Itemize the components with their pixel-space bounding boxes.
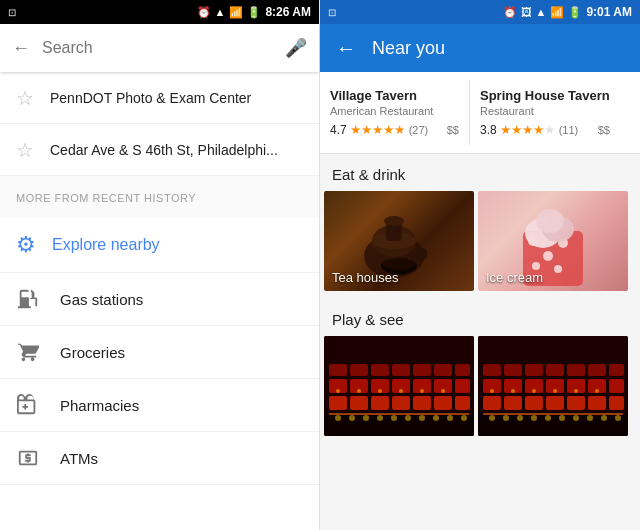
star-2-1 xyxy=(501,125,511,135)
star-icon-1: ☆ xyxy=(16,86,34,110)
svg-point-90 xyxy=(559,415,565,421)
google-icon-right: ⊡ xyxy=(328,7,336,18)
svg-point-8 xyxy=(543,251,553,261)
svg-rect-33 xyxy=(392,364,410,376)
groceries-label: Groceries xyxy=(60,344,125,361)
svg-point-48 xyxy=(377,415,383,421)
status-icons-left: ⏰ ▲ 📶 🔋 8:26 AM xyxy=(197,5,311,19)
svg-rect-70 xyxy=(483,364,501,376)
svg-rect-19 xyxy=(392,396,410,410)
svg-point-77 xyxy=(490,389,494,393)
recent-item-penndot[interactable]: ☆ PennDOT Photo & Exam Center xyxy=(0,72,319,124)
svg-rect-62 xyxy=(609,396,624,410)
svg-rect-57 xyxy=(504,396,522,410)
more-history-section: MORE FROM RECENT HISTORY xyxy=(0,176,319,218)
alarm-icon: ⏰ xyxy=(197,6,211,19)
place-cards-row: Village Tavern American Restaurant 4.7 (… xyxy=(320,72,640,154)
section-play-see: Play & see xyxy=(320,299,640,336)
image-icon-right: 🖼 xyxy=(521,6,532,18)
star-1-5 xyxy=(395,125,405,135)
svg-rect-18 xyxy=(371,396,389,410)
svg-point-47 xyxy=(363,415,369,421)
search-input[interactable] xyxy=(42,39,273,57)
svg-point-41 xyxy=(420,389,424,393)
section-eat-drink: Eat & drink xyxy=(320,154,640,191)
status-bar-right: ⊡ ⏰ 🖼 ▲ 📶 🔋 9:01 AM xyxy=(320,0,640,24)
svg-point-4 xyxy=(384,216,404,226)
svg-point-37 xyxy=(336,389,340,393)
svg-point-92 xyxy=(587,415,593,421)
svg-rect-69 xyxy=(609,379,624,393)
back-arrow-right[interactable]: ← xyxy=(336,37,356,60)
svg-point-49 xyxy=(391,415,397,421)
pharmacy-icon xyxy=(16,393,40,417)
svg-point-39 xyxy=(378,389,382,393)
svg-rect-73 xyxy=(546,364,564,376)
back-arrow-left[interactable]: ← xyxy=(12,38,30,59)
svg-point-45 xyxy=(335,415,341,421)
image-card-tea-houses[interactable]: Tea houses xyxy=(324,191,474,291)
near-you-header: ← Near you xyxy=(320,24,640,72)
time-left: 8:26 AM xyxy=(265,5,311,19)
place-card-village-tavern[interactable]: Village Tavern American Restaurant 4.7 (… xyxy=(320,80,470,145)
review-count-2: (11) xyxy=(559,124,579,136)
svg-point-40 xyxy=(399,389,403,393)
recent-item-cedar[interactable]: ☆ Cedar Ave & S 46th St, Philadelphi... xyxy=(0,124,319,176)
atms-label: ATMs xyxy=(60,450,98,467)
svg-point-87 xyxy=(517,415,523,421)
svg-rect-35 xyxy=(434,364,452,376)
stars-1 xyxy=(351,125,405,135)
place-name-2: Spring House Tavern xyxy=(480,88,610,103)
svg-rect-71 xyxy=(504,364,522,376)
nearby-item-pharmacies[interactable]: Pharmacies xyxy=(0,379,319,432)
svg-point-93 xyxy=(601,415,607,421)
review-count-1: (27) xyxy=(409,124,429,136)
signal-icon: 📶 xyxy=(229,6,243,19)
pharmacies-label: Pharmacies xyxy=(60,397,139,414)
star-1-4 xyxy=(384,125,394,135)
signal-icon-right: 📶 xyxy=(550,6,564,19)
gas-icon xyxy=(16,287,40,311)
image-card-cinema-2[interactable] xyxy=(478,336,628,436)
right-panel: ⊡ ⏰ 🖼 ▲ 📶 🔋 9:01 AM ← Near you Village T… xyxy=(320,0,640,530)
recent-item-text-2: Cedar Ave & S 46th St, Philadelphi... xyxy=(50,142,278,158)
svg-rect-29 xyxy=(455,379,470,393)
svg-point-78 xyxy=(511,389,515,393)
svg-point-42 xyxy=(441,389,445,393)
alarm-icon-right: ⏰ xyxy=(503,6,517,19)
svg-rect-31 xyxy=(350,364,368,376)
ice-cream-label: Ice cream xyxy=(486,270,543,285)
star-2-4 xyxy=(534,125,544,135)
star-2-3 xyxy=(523,125,533,135)
atm-icon xyxy=(16,446,40,470)
left-panel: ⊡ ⏰ ▲ 📶 🔋 8:26 AM ← 🎤 ☆ PennDOT Photo & … xyxy=(0,0,320,530)
svg-point-54 xyxy=(461,415,467,421)
time-right: 9:01 AM xyxy=(586,5,632,19)
star-2-5 xyxy=(545,125,555,135)
svg-point-89 xyxy=(545,415,551,421)
svg-rect-17 xyxy=(350,396,368,410)
svg-rect-60 xyxy=(567,396,585,410)
star-icon-2: ☆ xyxy=(16,138,34,162)
more-history-label: MORE FROM RECENT HISTORY xyxy=(16,192,196,204)
svg-point-10 xyxy=(532,262,540,270)
explore-nearby-label: Explore nearby xyxy=(52,236,160,254)
svg-point-79 xyxy=(532,389,536,393)
nearby-item-gas[interactable]: Gas stations xyxy=(0,273,319,326)
mic-icon[interactable]: 🎤 xyxy=(285,37,307,59)
wifi-icon-right: ▲ xyxy=(536,6,547,18)
svg-rect-30 xyxy=(329,364,347,376)
star-1-2 xyxy=(362,125,372,135)
image-card-ice-cream[interactable]: Ice cream xyxy=(478,191,628,291)
svg-rect-16 xyxy=(329,396,347,410)
nearby-item-groceries[interactable]: Groceries xyxy=(0,326,319,379)
svg-point-46 xyxy=(349,415,355,421)
svg-rect-61 xyxy=(588,396,606,410)
explore-nearby-button[interactable]: ⚙ Explore nearby xyxy=(0,218,319,273)
place-card-spring-house[interactable]: Spring House Tavern Restaurant 3.8 (11) … xyxy=(470,80,620,145)
place-name-1: Village Tavern xyxy=(330,88,459,103)
svg-rect-59 xyxy=(546,396,564,410)
star-2-2 xyxy=(512,125,522,135)
nearby-item-atms[interactable]: ATMs xyxy=(0,432,319,485)
image-card-cinema-1[interactable] xyxy=(324,336,474,436)
